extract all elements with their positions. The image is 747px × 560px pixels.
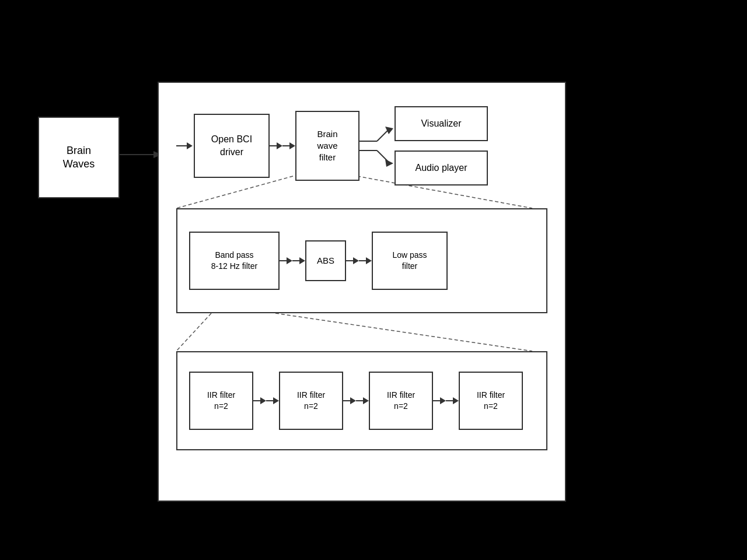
brain-waves-label: Brain Waves [63, 144, 95, 172]
entry-arrow [176, 137, 194, 155]
lower-branch-arrow [359, 146, 395, 168]
right-column: Visualizer Audio player [395, 106, 488, 186]
brain-wave-filter-label: Brain wave filter [317, 128, 337, 164]
open-bci-driver-box: Open BCI driver [194, 114, 270, 178]
svg-line-5 [275, 313, 532, 351]
iir-filter-4-box: IIR filter n=2 [459, 372, 523, 430]
audio-player-label: Audio player [416, 162, 467, 174]
arrow-bci-to-filter [270, 137, 295, 155]
iir-filter-2-box: IIR filter n=2 [279, 372, 343, 430]
middle-row: Band pass 8-12 Hz filter ABS [189, 221, 535, 300]
iir-filter-4-label: IIR filter n=2 [477, 390, 505, 412]
audio-player-box: Audio player [395, 150, 488, 186]
svg-marker-21 [299, 257, 305, 264]
svg-marker-35 [440, 397, 446, 404]
arrow-iir2-to-iir3 [343, 392, 369, 410]
svg-marker-19 [287, 257, 292, 264]
svg-marker-33 [363, 397, 369, 404]
svg-marker-29 [273, 397, 279, 404]
iir-filter-1-box: IIR filter n=2 [189, 372, 253, 430]
arrow-iir1-to-iir2 [253, 392, 279, 410]
visualizer-label: Visualizer [421, 117, 461, 130]
svg-marker-31 [350, 397, 356, 404]
open-bci-label: Open BCI driver [211, 133, 252, 158]
upper-branch-arrow [359, 124, 395, 146]
iir-filter-3-box: IIR filter n=2 [369, 372, 433, 430]
svg-marker-37 [453, 397, 459, 404]
branch-container [359, 124, 395, 168]
bottom-row: IIR filter n=2 IIR filter n=2 [189, 364, 535, 438]
brain-wave-filter-box: Brain wave filter [295, 111, 359, 181]
brain-waves-box: Brain Waves [38, 117, 120, 198]
main-diagram: Open BCI driver Brain wave filter [158, 82, 566, 502]
arrow-abs-to-lp [346, 252, 372, 270]
svg-marker-14 [385, 127, 393, 134]
svg-marker-9 [277, 142, 282, 149]
iir-filter-2-label: IIR filter n=2 [297, 390, 325, 412]
band-pass-label: Band pass 8-12 Hz filter [211, 250, 257, 272]
bottom-section: IIR filter n=2 IIR filter n=2 [176, 351, 547, 450]
abs-label: ABS [317, 255, 334, 267]
low-pass-label: Low pass filter [392, 250, 427, 272]
low-pass-box: Low pass filter [372, 232, 448, 290]
svg-marker-11 [289, 142, 295, 149]
svg-line-13 [377, 130, 389, 141]
svg-marker-17 [385, 159, 393, 167]
middle-section: Band pass 8-12 Hz filter ABS [176, 208, 547, 313]
arrow-iir3-to-iir4 [433, 392, 459, 410]
svg-marker-7 [187, 142, 193, 149]
arrow-bp-to-abs [280, 252, 305, 270]
iir-filter-1-label: IIR filter n=2 [207, 390, 235, 412]
abs-box: ABS [305, 240, 346, 281]
top-row: Open BCI driver Brain wave filter [176, 106, 547, 186]
svg-marker-23 [353, 257, 359, 264]
visualizer-box: Visualizer [395, 106, 488, 141]
svg-marker-25 [366, 257, 372, 264]
band-pass-box: Band pass 8-12 Hz filter [189, 232, 280, 290]
svg-line-4 [176, 313, 211, 351]
iir-filter-3-label: IIR filter n=2 [387, 390, 415, 412]
svg-marker-27 [260, 397, 266, 404]
